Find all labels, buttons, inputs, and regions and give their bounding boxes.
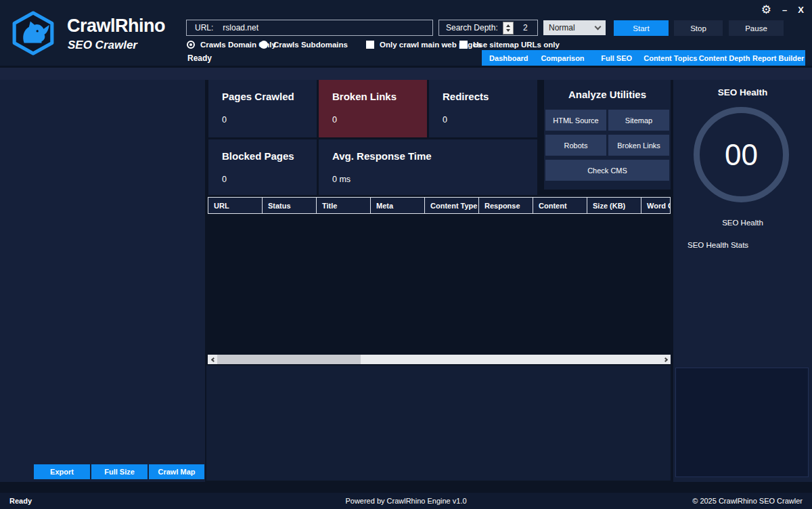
url-label: URL:	[195, 23, 213, 32]
seo-health-title: SEO Health	[673, 87, 812, 97]
table-body-empty	[208, 214, 671, 355]
seo-health-stats-panel	[675, 368, 809, 477]
horizontal-scrollbar[interactable]	[208, 355, 671, 364]
pause-button[interactable]: Pause	[729, 20, 784, 36]
bottom-detail-panel	[206, 366, 671, 481]
table-header-row: URL Status Title Meta Content Type Respo…	[208, 197, 671, 214]
app-title: CrawlRhino	[67, 16, 165, 37]
stat-value: 0 ms	[332, 175, 351, 184]
close-button[interactable]: X	[798, 3, 804, 18]
radio-icon[interactable]	[260, 41, 268, 49]
statusbar-copyright-text: © 2025 CrawlRhino SEO Crawler	[692, 497, 803, 505]
url-value: rsload.net	[223, 23, 258, 32]
url-input[interactable]: URL: rsload.net	[186, 20, 433, 36]
stat-title: Pages Crawled	[222, 91, 294, 102]
search-depth-label: Search Depth:	[446, 23, 498, 32]
export-button[interactable]: Export	[34, 464, 90, 479]
robots-button[interactable]: Robots	[545, 135, 606, 156]
tab-bar: Dashboard Comparison Full SEO Content To…	[482, 50, 805, 66]
left-panel	[0, 80, 205, 482]
status-ready-text: Ready	[187, 53, 212, 63]
stat-card-avg-response-time: Avg. Response Time 0 ms	[319, 139, 537, 195]
tab-content-depth[interactable]: Content Depth	[698, 50, 752, 66]
checkbox-icon[interactable]	[459, 41, 468, 49]
tab-comparison[interactable]: Comparison	[536, 50, 590, 66]
column-header-content[interactable]: Content	[533, 198, 587, 213]
spinner-up-icon[interactable]	[506, 24, 510, 27]
statusbar-powered-by: Powered by CrawlRhino Engine v1.0	[0, 497, 812, 505]
seo-health-ring: 00	[694, 107, 789, 202]
column-header-content-type[interactable]: Content Type	[425, 198, 479, 213]
rhino-logo-icon	[11, 11, 55, 56]
stat-title: Redirects	[443, 91, 489, 102]
check-cms-button[interactable]: Check CMS	[545, 160, 669, 181]
app-window: CrawlRhino SEO Crawler ⚙ – X URL: rsload…	[0, 0, 812, 509]
column-header-word-count[interactable]: Word Co	[641, 198, 671, 213]
stat-card-redirects: Redirects 0	[429, 80, 537, 137]
radio-label: Crawls Subdomains	[273, 41, 348, 49]
html-source-button[interactable]: HTML Source	[545, 110, 606, 131]
settings-gear-icon[interactable]: ⚙	[761, 3, 771, 18]
stat-value: 0	[222, 175, 227, 184]
checkbox-label: Use sitemap URLs only	[473, 41, 560, 49]
tab-report-builder[interactable]: Report Builder	[751, 50, 805, 66]
stat-value: 0	[222, 115, 227, 125]
column-header-status[interactable]: Status	[263, 198, 317, 213]
stat-title: Avg. Response Time	[332, 150, 432, 162]
analyze-utilities-panel: Analyze Utilities HTML Source Sitemap Ro…	[544, 80, 671, 190]
scrollbar-thumb[interactable]	[217, 355, 361, 364]
scroll-right-arrow-icon[interactable]	[661, 355, 671, 364]
broken-links-button[interactable]: Broken Links	[608, 135, 669, 156]
stat-title: Broken Links	[332, 91, 397, 102]
column-header-title[interactable]: Title	[317, 198, 371, 213]
stat-card-pages-crawled: Pages Crawled 0	[208, 80, 317, 137]
search-depth-stepper[interactable]	[503, 22, 514, 35]
crawl-map-button[interactable]: Crawl Map	[149, 464, 204, 479]
spinner-down-icon[interactable]	[506, 29, 510, 32]
crawl-speed-value: Normal	[549, 23, 575, 32]
checkbox-sitemap-urls-only[interactable]: Use sitemap URLs only	[459, 40, 560, 49]
stat-card-broken-links: Broken Links 0	[319, 80, 427, 137]
tab-content-topics[interactable]: Content Topics	[644, 50, 698, 66]
app-subtitle: SEO Crawler	[68, 39, 137, 52]
column-header-size-kb[interactable]: Size (KB)	[587, 198, 641, 213]
radio-crawls-subdomains[interactable]: Crawls Subdomains	[260, 40, 348, 49]
search-depth-field[interactable]: Search Depth: 2	[438, 20, 538, 36]
minimize-button[interactable]: –	[782, 3, 787, 18]
stop-button[interactable]: Stop	[674, 20, 723, 36]
checkbox-icon[interactable]	[366, 41, 374, 49]
start-button[interactable]: Start	[614, 20, 669, 36]
stat-card-blocked-pages: Blocked Pages 0	[208, 139, 317, 195]
full-size-button[interactable]: Full Size	[91, 464, 148, 479]
column-header-meta[interactable]: Meta	[371, 198, 425, 213]
seo-health-score: 00	[725, 138, 758, 172]
header-divider-band	[0, 68, 812, 80]
column-header-url[interactable]: URL	[208, 198, 263, 213]
status-bar: Ready Powered by CrawlRhino Engine v1.0 …	[0, 493, 812, 509]
column-header-response[interactable]: Response	[479, 198, 533, 213]
stat-title: Blocked Pages	[222, 150, 294, 162]
radio-selected-icon[interactable]	[187, 41, 195, 49]
crawl-speed-select[interactable]: Normal	[543, 20, 606, 35]
tab-full-seo[interactable]: Full SEO	[589, 50, 644, 66]
seo-health-caption: SEO Health	[673, 219, 812, 227]
tab-dashboard[interactable]: Dashboard	[482, 50, 536, 66]
analyze-utilities-title: Analyze Utilities	[544, 89, 671, 100]
sitemap-button[interactable]: Sitemap	[608, 110, 669, 131]
chevron-down-icon	[595, 24, 602, 30]
stat-value: 0	[332, 115, 337, 125]
stat-value: 0	[443, 115, 447, 125]
scroll-left-arrow-icon[interactable]	[208, 355, 217, 364]
search-depth-value: 2	[514, 23, 537, 32]
window-controls: ⚙ – X	[761, 3, 804, 18]
seo-health-stats-caption: SEO Health Stats	[687, 241, 748, 249]
